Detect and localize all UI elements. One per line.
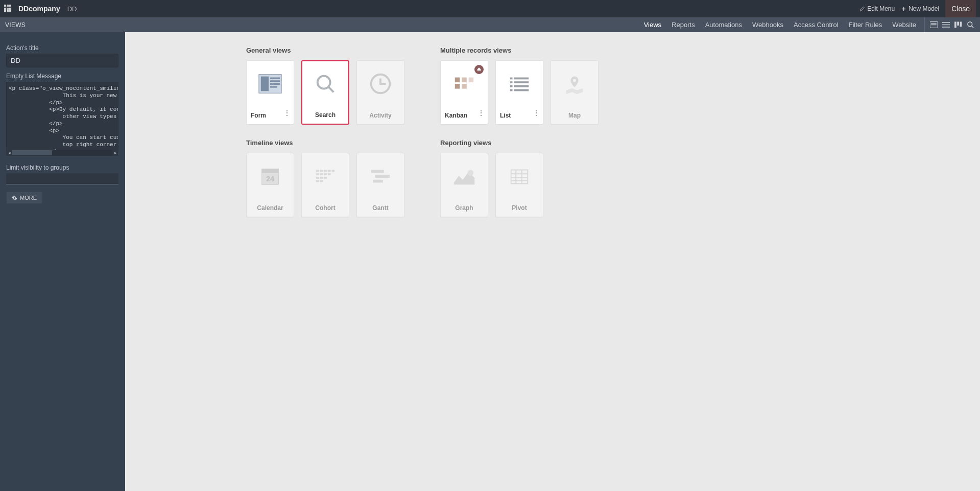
scroll-left-arrow[interactable]: ◂ [6,150,12,156]
svg-rect-33 [316,180,319,182]
home-badge [474,65,484,74]
tool-kanban-icon[interactable] [953,20,963,30]
svg-rect-7 [957,22,959,26]
svg-rect-52 [511,170,528,184]
svg-point-51 [468,170,474,176]
tool-list-icon[interactable] [941,20,950,30]
section-title-multiple: Multiple records views [440,46,614,54]
svg-rect-42 [469,78,474,83]
view-card-activity[interactable]: Activity [356,60,404,125]
svg-rect-13 [270,80,280,82]
view-card-kanban[interactable]: Kanban ⋮ [440,60,488,125]
apps-menu-icon[interactable] [4,5,12,13]
map-icon [562,72,587,96]
svg-rect-26 [316,173,319,175]
svg-point-16 [318,76,330,89]
kebab-menu[interactable]: ⋮ [283,112,291,114]
empty-list-textarea[interactable]: <p class="o_view_nocontent_smiling_face"… [6,82,118,156]
svg-rect-41 [462,84,467,89]
main-content: General views Form ⋮ [125,32,980,491]
svg-rect-21 [316,170,319,172]
clock-icon [368,72,393,96]
svg-rect-4 [942,25,950,26]
svg-rect-2 [931,25,937,26]
breadcrumb[interactable]: DD [67,5,77,13]
graph-icon [452,165,476,188]
svg-rect-36 [375,175,390,178]
svg-rect-24 [328,170,331,172]
view-card-cohort[interactable]: Cohort [301,153,349,217]
svg-rect-3 [942,22,950,23]
tool-card-icon[interactable] [929,20,938,30]
scroll-right-arrow[interactable]: ▸ [112,150,118,156]
more-button[interactable]: MORE [6,192,42,204]
tool-search-icon[interactable] [966,20,975,30]
svg-rect-14 [270,83,280,85]
svg-rect-27 [320,173,323,175]
cohort-icon [313,165,338,188]
svg-rect-45 [510,81,513,83]
gear-icon [12,195,17,201]
horizontal-scrollbar[interactable]: ◂ ▸ [6,150,118,156]
subbar-title: VIEWS [5,21,26,29]
view-card-form[interactable]: Form ⋮ [246,60,294,125]
view-card-pivot[interactable]: Pivot [495,153,543,217]
svg-rect-47 [510,85,513,87]
empty-list-label: Empty List Message [6,73,118,80]
close-button[interactable]: Close [945,0,976,17]
kanban-icon [452,72,476,96]
sidebar: Action's title Empty List Message <p cla… [0,32,125,491]
tab-website[interactable]: Website [887,17,921,32]
list-icon [507,72,532,96]
tab-access-control[interactable]: Access Control [788,17,843,32]
svg-rect-5 [942,27,950,28]
svg-rect-50 [514,89,529,91]
svg-rect-44 [514,78,529,80]
view-card-gantt[interactable]: Gantt [356,153,404,217]
svg-rect-22 [320,170,323,172]
tab-webhooks[interactable]: Webhooks [747,17,788,32]
section-title-reporting: Reporting views [440,139,614,147]
tab-filter-rules[interactable]: Filter Rules [844,17,888,32]
subbar: VIEWS Views Reports Automations Webhooks… [0,17,980,32]
svg-rect-8 [960,22,962,27]
company-name[interactable]: DDcompany [18,5,60,13]
svg-rect-43 [510,78,513,80]
svg-rect-25 [331,170,334,172]
svg-rect-23 [324,170,327,172]
svg-rect-1 [931,23,937,24]
svg-rect-15 [270,86,277,88]
tab-reports[interactable]: Reports [666,17,700,32]
svg-rect-39 [455,84,460,89]
svg-rect-49 [510,89,513,91]
view-card-list[interactable]: List ⋮ [495,60,543,125]
view-card-search[interactable]: Search [301,60,349,125]
svg-rect-30 [316,177,319,179]
svg-rect-34 [320,180,323,182]
kebab-menu[interactable]: ⋮ [477,112,485,114]
action-title-label: Action's title [6,44,118,52]
section-title-timeline: Timeline views [246,139,420,147]
limit-visibility-input[interactable] [6,173,118,184]
home-icon [476,67,482,72]
kebab-menu[interactable]: ⋮ [533,112,540,114]
scroll-thumb[interactable] [12,150,52,155]
svg-point-9 [967,22,972,27]
edit-menu-link[interactable]: Edit Menu [856,0,898,17]
view-card-graph[interactable]: Graph [440,153,488,217]
pencil-icon [859,6,865,12]
view-card-calendar[interactable]: 24 Calendar [246,153,294,217]
tab-views[interactable]: Views [639,17,666,32]
svg-rect-48 [514,85,529,87]
svg-rect-12 [270,78,280,79]
svg-rect-46 [514,81,529,83]
svg-rect-38 [455,78,460,83]
view-card-map[interactable]: Map [551,60,599,125]
action-title-input[interactable] [6,54,118,67]
svg-rect-31 [320,177,323,179]
tab-automations[interactable]: Automations [700,17,747,32]
section-title-general: General views [246,46,420,54]
calendar-icon: 24 [258,165,282,188]
new-model-link[interactable]: New Model [898,0,942,17]
svg-rect-32 [324,177,327,179]
